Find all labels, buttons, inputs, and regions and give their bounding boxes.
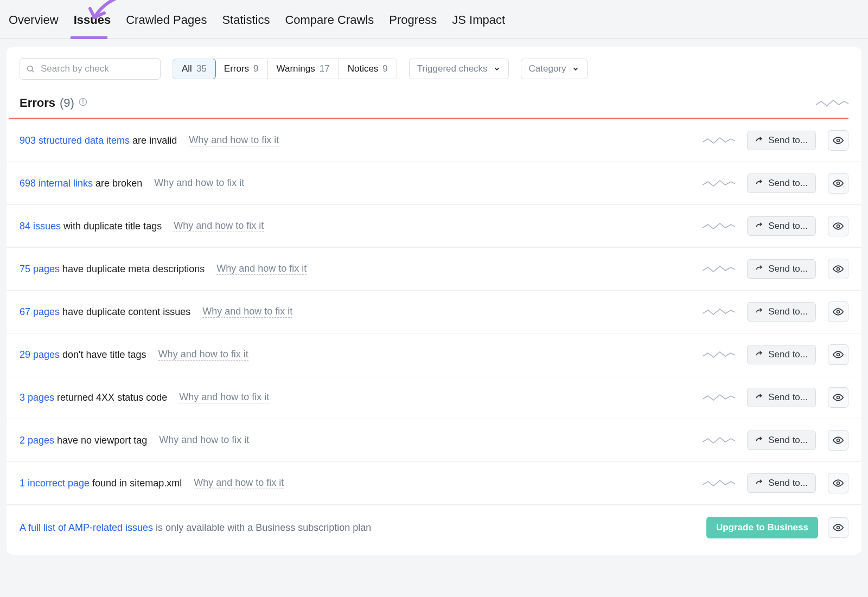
- issue-link[interactable]: 3 pages: [20, 392, 54, 403]
- issue-text: 1 incorrect page found in sitemap.xml: [20, 478, 182, 489]
- view-button[interactable]: [828, 173, 848, 194]
- send-to-button[interactable]: Send to...: [747, 216, 816, 236]
- tab-issues[interactable]: Issues: [74, 13, 111, 30]
- issue-sparkline: [703, 478, 735, 488]
- filter-errors-count: 9: [253, 63, 258, 74]
- category-dropdown[interactable]: Category: [521, 59, 588, 79]
- send-to-button[interactable]: Send to...: [747, 174, 816, 193]
- send-to-button[interactable]: Send to...: [747, 388, 816, 407]
- send-to-label: Send to...: [768, 306, 808, 317]
- tab-compare-crawls[interactable]: Compare Crawls: [285, 13, 374, 30]
- chevron-down-icon: [493, 65, 501, 73]
- send-to-button[interactable]: Send to...: [747, 302, 816, 322]
- issue-link[interactable]: 698 internal links: [20, 178, 93, 189]
- fix-link[interactable]: Why and how to fix it: [159, 434, 249, 446]
- issue-rest: have duplicate content issues: [60, 306, 190, 317]
- svg-point-13: [837, 482, 840, 485]
- tab-progress[interactable]: Progress: [389, 13, 437, 30]
- upgrade-button[interactable]: Upgrade to Business: [706, 517, 818, 538]
- tab-statistics[interactable]: Statistics: [222, 13, 270, 30]
- send-to-button[interactable]: Send to...: [747, 473, 816, 493]
- issue-link[interactable]: 75 pages: [20, 264, 60, 274]
- eye-icon: [833, 264, 844, 274]
- issue-row: 29 pages don't have title tagsWhy and ho…: [7, 333, 861, 376]
- view-button[interactable]: [828, 430, 848, 451]
- svg-point-11: [837, 396, 840, 399]
- chevron-down-icon: [572, 65, 579, 73]
- fix-link[interactable]: Why and how to fix it: [202, 306, 292, 318]
- share-arrow-icon: [755, 479, 764, 487]
- issue-rest: found in sitemap.xml: [90, 478, 182, 489]
- issue-text: 3 pages returned 4XX status code: [20, 392, 167, 403]
- filter-all[interactable]: All 35: [173, 59, 216, 79]
- issue-rest: with duplicate title tags: [61, 221, 162, 232]
- view-button[interactable]: [828, 387, 848, 408]
- triggered-checks-dropdown[interactable]: Triggered checks: [409, 59, 509, 79]
- fix-link[interactable]: Why and how to fix it: [154, 177, 244, 189]
- send-to-button[interactable]: Send to...: [747, 431, 816, 450]
- send-to-label: Send to...: [768, 478, 808, 489]
- svg-point-9: [837, 311, 840, 313]
- fix-link[interactable]: Why and how to fix it: [216, 263, 307, 275]
- filter-warnings[interactable]: Warnings 17: [268, 59, 339, 79]
- share-arrow-icon: [755, 136, 764, 145]
- issue-link[interactable]: 29 pages: [20, 349, 60, 360]
- section-title: Errors: [20, 96, 55, 110]
- fix-link[interactable]: Why and how to fix it: [189, 134, 279, 146]
- info-icon[interactable]: [79, 98, 87, 109]
- issue-rest: have no viewport tag: [54, 435, 147, 446]
- share-arrow-icon: [755, 307, 764, 316]
- filter-errors[interactable]: Errors 9: [215, 59, 268, 79]
- send-to-button[interactable]: Send to...: [747, 131, 816, 150]
- search-input[interactable]: [20, 58, 161, 80]
- svg-point-12: [837, 439, 840, 442]
- view-button[interactable]: [828, 473, 848, 493]
- view-button[interactable]: [828, 216, 848, 236]
- view-button[interactable]: [828, 517, 848, 538]
- filter-segment-group: All 35 Errors 9 Warnings 17 Notices 9: [173, 59, 397, 79]
- share-arrow-icon: [755, 222, 764, 230]
- issue-text: 903 structured data items are invalid: [20, 135, 177, 146]
- issue-text: 75 pages have duplicate meta description…: [20, 264, 205, 275]
- eye-icon: [833, 221, 844, 232]
- eye-icon: [833, 135, 844, 146]
- view-button[interactable]: [828, 259, 848, 279]
- eye-icon: [833, 392, 844, 403]
- fix-link[interactable]: Why and how to fix it: [174, 220, 264, 232]
- issue-rest: are invalid: [130, 135, 177, 146]
- tab-crawled-pages[interactable]: Crawled Pages: [126, 13, 207, 30]
- svg-point-6: [837, 182, 840, 185]
- issue-link[interactable]: 1 incorrect page: [20, 478, 90, 489]
- fix-link[interactable]: Why and how to fix it: [158, 349, 248, 361]
- amp-upsell-text: A full list of AMP-related issues is onl…: [20, 522, 371, 534]
- view-button[interactable]: [828, 130, 848, 151]
- fix-link[interactable]: Why and how to fix it: [194, 477, 284, 489]
- eye-icon: [833, 522, 844, 533]
- issue-rest: are broken: [93, 178, 142, 189]
- issue-sparkline: [703, 393, 735, 402]
- issue-link[interactable]: 67 pages: [20, 306, 60, 317]
- share-arrow-icon: [755, 393, 764, 402]
- issue-link[interactable]: 903 structured data items: [20, 135, 130, 146]
- filter-warnings-label: Warnings: [277, 63, 315, 74]
- amp-upsell-row: A full list of AMP-related issues is onl…: [7, 505, 861, 538]
- issue-row: 84 issues with duplicate title tagsWhy a…: [7, 205, 861, 248]
- issue-link[interactable]: 2 pages: [20, 435, 54, 446]
- amp-link[interactable]: A full list of AMP-related issues: [20, 522, 153, 533]
- fix-link[interactable]: Why and how to fix it: [179, 391, 269, 403]
- filter-notices-count: 9: [382, 63, 387, 74]
- send-to-label: Send to...: [768, 221, 808, 232]
- issue-sparkline: [703, 178, 735, 188]
- tab-overview[interactable]: Overview: [9, 13, 59, 30]
- active-tab-underline: [71, 36, 107, 39]
- issue-row: 3 pages returned 4XX status codeWhy and …: [7, 376, 861, 419]
- tab-js-impact[interactable]: JS Impact: [452, 13, 505, 30]
- filter-notices[interactable]: Notices 9: [339, 59, 397, 79]
- issue-link[interactable]: 84 issues: [20, 221, 61, 232]
- send-to-button[interactable]: Send to...: [747, 259, 816, 279]
- filter-all-label: All: [182, 63, 192, 74]
- view-button[interactable]: [828, 344, 848, 365]
- send-to-label: Send to...: [768, 392, 808, 403]
- send-to-button[interactable]: Send to...: [747, 345, 816, 364]
- view-button[interactable]: [828, 301, 848, 322]
